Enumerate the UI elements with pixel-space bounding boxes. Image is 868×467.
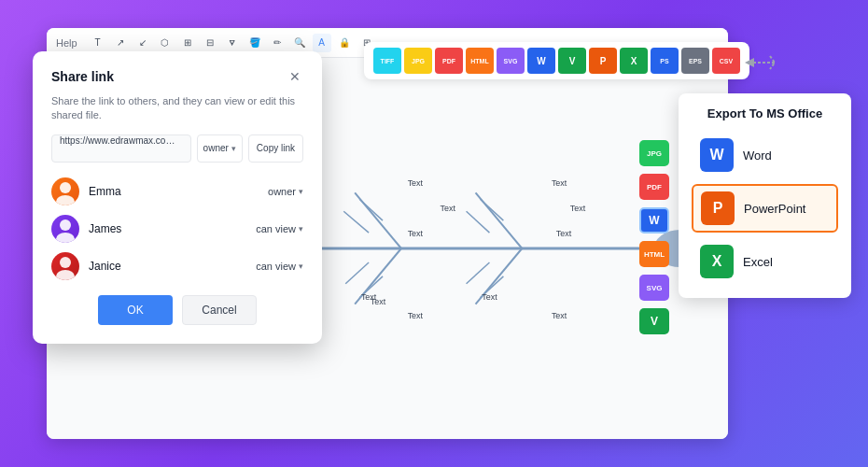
cancel-button[interactable]: Cancel (182, 295, 257, 325)
export-sidebar-svg[interactable]: SVG (639, 275, 669, 301)
svg-point-43 (60, 257, 71, 268)
chart-icon[interactable]: ⛛ (223, 34, 242, 52)
shape-icon[interactable]: ⬡ (156, 34, 175, 52)
copy-link-button[interactable]: Copy link (248, 134, 303, 163)
word-badge[interactable]: W (527, 48, 555, 74)
svg-point-41 (60, 219, 71, 231)
modal-buttons: OK Cancel (51, 295, 303, 325)
avatar-janice (51, 252, 79, 280)
user-name-james: James (89, 222, 246, 235)
lock-icon[interactable]: 🔒 (335, 34, 354, 52)
fill-icon[interactable]: 🪣 (245, 34, 264, 52)
pen-icon[interactable]: ✏ (268, 34, 287, 52)
text-tool-icon[interactable]: T (89, 34, 107, 52)
eps-badge[interactable]: EPS (681, 48, 709, 74)
svg-marker-38 (745, 58, 754, 67)
ppt-export-icon: P (701, 191, 735, 225)
modal-header: Share link ✕ (51, 68, 303, 85)
svg-line-18 (345, 262, 369, 284)
help-label: Help (56, 37, 77, 49)
svg-point-42 (56, 233, 75, 243)
svg-text:Text: Text (570, 204, 586, 213)
image-icon[interactable]: ⊞ (178, 34, 197, 52)
svg-text:Text: Text (552, 178, 567, 188)
svg-text:Text: Text (556, 229, 572, 238)
svg-text:Text: Text (482, 292, 497, 302)
user-list: Emma owner ▾ James can view ▾ (51, 177, 303, 280)
export-items-list: W Word P PowerPoint X Excel (692, 132, 838, 285)
user-row: James can view ▾ (51, 215, 303, 243)
user-role-janice[interactable]: can view ▾ (256, 261, 303, 272)
export-sidebar-visio[interactable]: V (639, 308, 669, 334)
user-row: Janice can view ▾ (51, 252, 303, 280)
word-export-icon: W (700, 138, 734, 172)
connector-icon[interactable]: ↙ (133, 34, 152, 52)
modal-description: Share the link to others, and they can v… (51, 94, 303, 123)
arrow-decoration (737, 49, 784, 80)
close-button[interactable]: ✕ (287, 68, 303, 85)
chevron-down-icon: ▾ (231, 144, 236, 153)
export-panel-title: Export To MS Office (692, 106, 838, 120)
url-row: https://www.edrawmax.com/online/fil owne… (51, 134, 303, 163)
export-sidebar-jpg[interactable]: JPG (639, 140, 669, 166)
chevron-down-icon: ▾ (299, 187, 303, 196)
svg-text:Text: Text (408, 178, 424, 188)
svg-point-40 (56, 195, 75, 205)
export-item-powerpoint[interactable]: P PowerPoint (692, 184, 838, 233)
excel-label: Excel (743, 255, 773, 269)
avatar-emma (51, 177, 79, 205)
export-item-excel[interactable]: X Excel (692, 238, 838, 285)
svg-line-20 (467, 262, 490, 284)
role-select[interactable]: owner ▾ (197, 134, 243, 163)
excel-badge[interactable]: X (620, 48, 648, 74)
svg-point-44 (56, 270, 75, 280)
tiff-badge[interactable]: TIFF (373, 48, 401, 74)
svg-line-11 (467, 211, 490, 233)
ppt-badge[interactable]: P (589, 48, 617, 74)
avatar-james (51, 215, 79, 243)
export-item-word[interactable]: W Word (692, 132, 838, 178)
user-name-emma: Emma (89, 185, 259, 198)
svg-text:Text: Text (371, 297, 386, 306)
share-modal: Share link ✕ Share the link to others, a… (33, 51, 322, 344)
visio-badge[interactable]: V (558, 48, 586, 74)
format-strip: TIFF JPG PDF HTML SVG W V P X PS EPS CSV (364, 42, 749, 79)
svg-text:Text: Text (440, 204, 455, 213)
arrow-tool-icon[interactable]: ↗ (111, 34, 130, 52)
line-color-icon[interactable]: A (313, 34, 331, 52)
url-input[interactable]: https://www.edrawmax.com/online/fil (51, 134, 191, 163)
chevron-down-icon: ▾ (299, 262, 303, 271)
svg-badge[interactable]: SVG (497, 48, 525, 74)
export-sidebar-html[interactable]: HTML (639, 241, 669, 267)
svg-line-9 (343, 211, 369, 233)
svg-line-10 (359, 199, 383, 220)
pdf-badge[interactable]: PDF (435, 48, 463, 74)
user-role-emma[interactable]: owner ▾ (268, 186, 303, 197)
svg-point-39 (60, 182, 71, 193)
csv-badge[interactable]: CSV (712, 48, 740, 74)
chevron-down-icon: ▾ (299, 224, 303, 234)
word-label: Word (743, 149, 772, 163)
user-role-james[interactable]: can view ▾ (256, 223, 303, 234)
export-sidebar-word[interactable]: W (639, 207, 669, 234)
excel-export-icon: X (700, 245, 734, 278)
ps-badge[interactable]: PS (651, 48, 679, 74)
svg-line-12 (481, 199, 504, 220)
export-sidebar-pdf[interactable]: PDF (639, 174, 669, 200)
zoom-icon[interactable]: 🔍 (290, 34, 309, 52)
user-name-janice: Janice (89, 260, 246, 273)
ok-button[interactable]: OK (98, 295, 173, 325)
export-panel: Export To MS Office JPG PDF W HTML SVG V… (679, 93, 851, 298)
svg-text:Text: Text (408, 311, 424, 320)
table-icon[interactable]: ⊟ (201, 34, 219, 52)
svg-text:Text: Text (408, 229, 424, 238)
html-badge[interactable]: HTML (466, 48, 494, 74)
user-row: Emma owner ▾ (51, 177, 303, 205)
jpg-badge[interactable]: JPG (404, 48, 432, 74)
modal-title: Share link (51, 69, 114, 84)
svg-text:Text: Text (552, 311, 567, 320)
powerpoint-label: PowerPoint (744, 202, 805, 216)
